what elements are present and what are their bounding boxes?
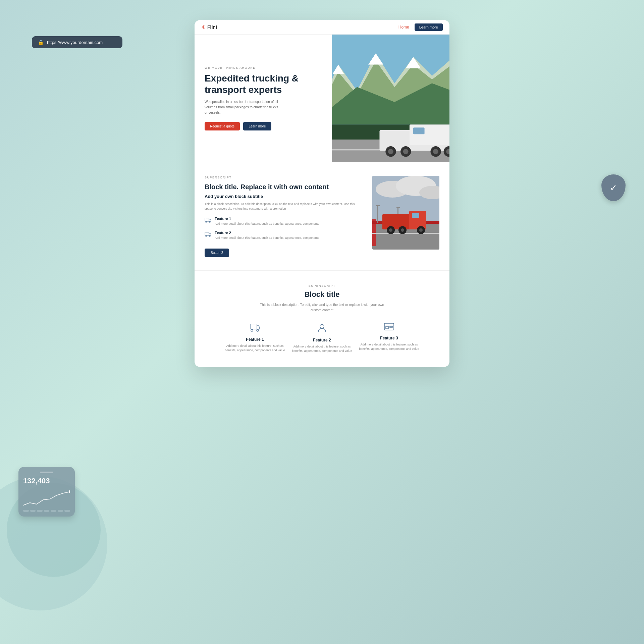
- logo-text: Flint: [207, 24, 217, 30]
- svg-point-24: [209, 221, 210, 222]
- feature-card-2-title: Feature 2: [292, 338, 352, 342]
- block-description: This is a block description. To edit thi…: [205, 202, 362, 211]
- svg-rect-35: [372, 233, 439, 234]
- request-quote-button[interactable]: Request a quote: [205, 122, 240, 130]
- hero-image-bg: [332, 35, 449, 162]
- feature-card-3-desc: Add more detail about this feature, such…: [359, 342, 419, 352]
- mountain-svg: [332, 35, 449, 162]
- block-superscript: SUPERSCRIPT: [205, 176, 362, 179]
- feature-card-3-title: Feature 3: [359, 336, 419, 340]
- stats-bar-6: [58, 510, 63, 512]
- svg-point-23: [206, 221, 207, 222]
- feature-2-icon: [205, 231, 211, 240]
- svg-point-17: [403, 149, 409, 154]
- browser-window: ✳ Flint Home Learn more WE MOVE THINGS A…: [195, 20, 449, 367]
- block-content: SUPERSCRIPT Block title. Replace it with…: [205, 176, 362, 257]
- features-title: Block title: [205, 290, 439, 299]
- svg-point-26: [206, 235, 207, 236]
- url-text: https://www.yourdomain.com: [47, 40, 103, 45]
- feature-card-1-title: Feature 1: [225, 337, 285, 342]
- stats-chart: [23, 489, 70, 507]
- feature-2-desc: Add more detail about this feature, such…: [215, 236, 319, 240]
- hero-image: [332, 35, 449, 162]
- hero-superscript: WE MOVE THINGS AROUND: [205, 66, 322, 69]
- svg-point-44: [389, 228, 392, 232]
- nav-right: Home Learn more: [398, 23, 443, 31]
- feature-card-2-icon: [292, 323, 352, 334]
- svg-point-48: [419, 228, 423, 232]
- svg-point-0: [69, 490, 70, 493]
- svg-rect-54: [386, 326, 388, 329]
- svg-point-50: [251, 329, 253, 331]
- feature-item-2: Feature 2 Add more detail about this fea…: [205, 231, 362, 240]
- svg-rect-42: [412, 213, 419, 218]
- block-button[interactable]: Button 2: [205, 249, 229, 257]
- feature-1-icon: [205, 217, 211, 226]
- hero-title: Expedited trucking & transport experts: [205, 73, 322, 95]
- stats-number: 132,403: [23, 477, 70, 485]
- svg-rect-13: [413, 127, 425, 134]
- stats-bar-group: [23, 510, 70, 512]
- svg-rect-25: [205, 232, 209, 236]
- lock-icon: 🔒: [38, 40, 44, 45]
- feature-1-text: Feature 1 Add more detail about this fea…: [215, 217, 319, 226]
- block-title: Block title. Replace it with own content: [205, 182, 362, 191]
- svg-rect-22: [205, 218, 209, 221]
- feature-card-2: Feature 2 Add more detail about this fea…: [292, 323, 352, 354]
- checkmark-icon: ✓: [610, 183, 617, 193]
- svg-rect-49: [250, 324, 257, 329]
- block-subtitle: Add your own block subtitle: [205, 194, 362, 199]
- hero-section: WE MOVE THINGS AROUND Expedited trucking…: [195, 35, 449, 162]
- svg-rect-36: [377, 206, 378, 223]
- hero-buttons: Request a quote Learn more: [205, 122, 322, 130]
- nav-logo: ✳ Flint: [201, 24, 217, 30]
- shield-badge: ✓: [601, 174, 626, 201]
- hero-learn-more-button[interactable]: Learn more: [243, 122, 271, 130]
- feature-card-3-icon: [359, 323, 419, 332]
- stats-bar-7: [64, 510, 70, 512]
- stats-bar-3: [37, 510, 43, 512]
- block-image: [372, 176, 439, 257]
- feature-card-1-icon: [225, 323, 285, 334]
- feature-item-1: Feature 1 Add more detail about this fea…: [205, 217, 362, 226]
- drag-handle: [40, 472, 53, 473]
- feature-2-title: Feature 2: [215, 231, 319, 235]
- block-image-placeholder: [372, 176, 439, 250]
- svg-point-52: [320, 324, 324, 328]
- features-section: SUPERSCRIPT Block title This is a block …: [195, 270, 449, 367]
- svg-rect-55: [390, 326, 392, 327]
- stats-card: 132,403: [18, 467, 75, 517]
- stats-bar-5: [51, 510, 56, 512]
- svg-point-46: [401, 228, 404, 232]
- feature-card-3: Feature 3 Add more detail about this fea…: [359, 323, 419, 354]
- stats-bar-4: [44, 510, 50, 512]
- nav-home-link[interactable]: Home: [398, 25, 409, 30]
- feature-2-text: Feature 2 Add more detail about this fea…: [215, 231, 319, 240]
- feature-1-title: Feature 1: [215, 217, 319, 221]
- feature-card-1-desc: Add more detail about this feature, such…: [225, 344, 285, 353]
- features-grid: Feature 1 Add more detail about this fea…: [205, 323, 439, 354]
- svg-point-27: [209, 235, 210, 236]
- feature-card-1: Feature 1 Add more detail about this fea…: [225, 323, 285, 354]
- svg-point-15: [388, 149, 393, 154]
- hero-description: We specialize in cross-border transporta…: [205, 99, 278, 115]
- navbar: ✳ Flint Home Learn more: [195, 20, 449, 35]
- nav-learn-more-button[interactable]: Learn more: [415, 23, 443, 31]
- features-superscript: SUPERSCRIPT: [205, 284, 439, 287]
- features-description: This is a block description. To edit, cl…: [258, 302, 386, 313]
- block-section: SUPERSCRIPT Block title. Replace it with…: [195, 162, 449, 270]
- url-bar[interactable]: 🔒 https://www.yourdomain.com: [32, 36, 122, 48]
- svg-point-19: [433, 149, 438, 154]
- svg-rect-39: [396, 207, 400, 208]
- hero-content: WE MOVE THINGS AROUND Expedited trucking…: [195, 35, 332, 162]
- svg-rect-37: [376, 205, 380, 206]
- feature-1-desc: Add more detail about this feature, such…: [215, 222, 319, 226]
- feature-card-2-desc: Add more detail about this feature, such…: [292, 344, 352, 354]
- logo-icon: ✳: [201, 24, 205, 30]
- svg-point-51: [257, 329, 259, 331]
- stats-bar-1: [23, 510, 29, 512]
- stats-bar-2: [30, 510, 36, 512]
